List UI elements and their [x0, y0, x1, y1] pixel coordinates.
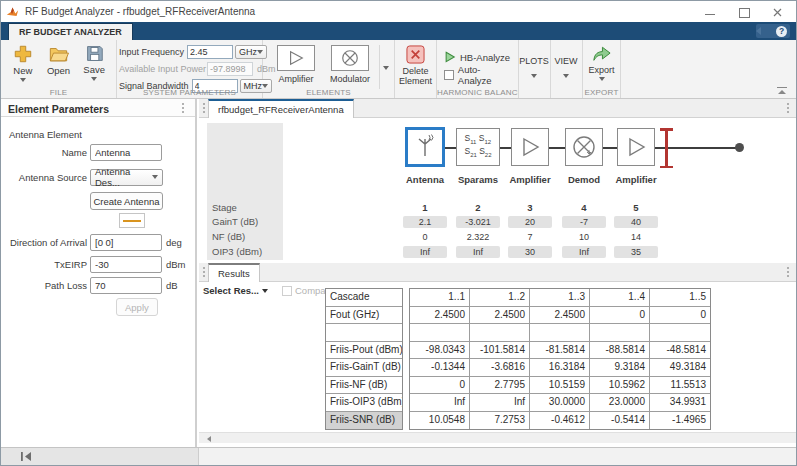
results-cell[interactable]: -3.6816 [470, 359, 530, 377]
results-cell[interactable]: -1.4965 [650, 412, 710, 430]
results-cell[interactable]: 30.0000 [530, 394, 590, 412]
results-cell[interactable]: 2.4500 [470, 307, 530, 325]
diagram-block-amplifier-3[interactable] [511, 128, 549, 166]
results-cell[interactable]: 2.7795 [470, 377, 530, 395]
results-cell[interactable]: 11.5513 [650, 377, 710, 395]
results-menu-icon[interactable] [787, 267, 790, 278]
help-button[interactable]: ? [756, 24, 790, 38]
results-row-label[interactable]: Friis-OIP3 (dBm) [326, 394, 402, 412]
system-parameters-section: Input FrequencyGHzAvailable Input Powerd… [117, 40, 263, 98]
results-column-header[interactable]: 1..4 [590, 289, 650, 307]
tabstrip-grip-icon[interactable] [203, 103, 206, 114]
results-cell[interactable]: 9.3184 [590, 359, 650, 377]
results-cell[interactable]: -98.0343 [410, 342, 470, 360]
auto-analyze-checkbox[interactable]: Auto-Analyze [444, 66, 513, 84]
results-cell[interactable]: -81.5814 [530, 342, 590, 360]
results-cell[interactable]: -0.4612 [530, 412, 590, 430]
amplifier-element-button[interactable]: Amplifier [269, 45, 323, 89]
create-antenna-button[interactable]: Create Antenna [90, 192, 163, 210]
results-cell[interactable] [410, 324, 470, 342]
results-cell[interactable]: -101.5814 [470, 342, 530, 360]
maximize-button[interactable] [738, 6, 750, 18]
name-input[interactable] [90, 144, 162, 161]
modulator-element-button[interactable]: Modulator [323, 45, 377, 89]
results-cell[interactable]: -48.5814 [650, 342, 710, 360]
results-cell[interactable]: Inf [470, 394, 530, 412]
document-tab[interactable]: rfbudget_RFReceiverAntenna [208, 99, 354, 118]
results-hscrollbar[interactable] [199, 432, 796, 443]
results-cell[interactable]: 16.3184 [530, 359, 590, 377]
collapse-toolstrip-icon[interactable] [776, 87, 788, 95]
results-cell[interactable] [590, 324, 650, 342]
antenna-source-dropdown[interactable]: Antenna Des... [90, 169, 163, 186]
view-section: VIEW [551, 40, 583, 98]
collapse-left-panel-icon[interactable] [21, 452, 32, 461]
results-cell[interactable] [650, 324, 710, 342]
results-row-label[interactable]: Friis-Pout (dBm) [326, 342, 402, 360]
path-loss-input[interactable] [90, 277, 162, 294]
apply-button[interactable]: Apply [116, 298, 158, 316]
stage-cell: 2.322 [456, 231, 500, 243]
results-cell[interactable]: 0 [590, 307, 650, 325]
open-button[interactable]: Open [43, 44, 75, 82]
panel-menu-icon[interactable] [182, 103, 185, 114]
results-cell[interactable]: 0 [650, 307, 710, 325]
results-tab[interactable]: Results [208, 263, 260, 282]
diagram-block-amplifier-5[interactable] [617, 128, 655, 166]
results-cell[interactable]: 2.4500 [530, 307, 590, 325]
view-button[interactable]: VIEW [551, 40, 581, 78]
results-cell[interactable] [530, 324, 590, 342]
export-button[interactable]: Export [583, 40, 620, 81]
results-column-header[interactable]: 1..5 [650, 289, 710, 307]
results-column-header[interactable]: 1..3 [530, 289, 590, 307]
results-cell[interactable]: 10.0548 [410, 412, 470, 430]
results-cell[interactable] [470, 324, 530, 342]
plots-button[interactable]: PLOTS [519, 40, 549, 78]
minimize-button[interactable] [704, 6, 716, 18]
parameter-label: Input Frequency [119, 47, 187, 57]
output-port-dot[interactable] [735, 143, 744, 152]
results-column-header[interactable]: 1..2 [470, 289, 530, 307]
select-results-dropdown[interactable]: Select Res... [203, 285, 268, 296]
results-cell[interactable]: -88.5814 [590, 342, 650, 360]
results-cell[interactable]: 49.3184 [650, 359, 710, 377]
diagram-block-sparams-2[interactable]: S11 S12S21 S22 [456, 128, 500, 166]
panel-title: Element Parameters [8, 103, 109, 115]
results-cell[interactable]: -0.5414 [590, 412, 650, 430]
close-button[interactable] [772, 6, 784, 18]
results-cell[interactable]: 0 [410, 377, 470, 395]
results-corner-cell[interactable]: Cascade [326, 289, 402, 307]
results-row-label[interactable]: Friis-NF (dB) [326, 377, 402, 395]
results-column-header[interactable]: 1..1 [410, 289, 470, 307]
results-cell[interactable]: 10.5159 [530, 377, 590, 395]
results-grip-icon[interactable] [203, 267, 206, 278]
txeirp-input[interactable] [90, 256, 162, 273]
antenna-source-label: Antenna Source [1, 172, 90, 183]
results-cell[interactable]: 7.2753 [470, 412, 530, 430]
delete-element-button[interactable]: Delete Element [395, 40, 436, 86]
results-cell[interactable]: 34.9931 [650, 394, 710, 412]
main-area: Element Parameters Antenna Element Name … [1, 99, 796, 447]
save-button[interactable]: Save [78, 44, 110, 82]
results-row-label[interactable]: Friis-GainT (dB) [326, 359, 402, 377]
new-icon [13, 44, 33, 64]
results-row-label[interactable]: Fout (GHz) [326, 307, 402, 325]
antenna-preview-icon [119, 213, 145, 228]
tab-rf-budget-analyzer[interactable]: RF BUDGET ANALYZER [8, 23, 133, 40]
document-tabstrip: rfbudget_RFReceiverAntenna [199, 99, 796, 118]
direction-of-arrival-input[interactable] [90, 234, 162, 251]
document-menu-icon[interactable] [787, 103, 790, 114]
results-cell[interactable]: 2.4500 [410, 307, 470, 325]
parameter-input[interactable] [187, 45, 233, 59]
diagram-block-antenna-1[interactable] [405, 127, 445, 167]
results-cell[interactable]: Inf [410, 394, 470, 412]
diagram-block-demod-4[interactable] [565, 128, 603, 166]
results-row-label[interactable] [326, 324, 402, 342]
new-button[interactable]: New [7, 44, 39, 82]
stage-cell: 14 [614, 231, 658, 243]
elements-gallery-expand[interactable] [379, 45, 392, 89]
results-cell[interactable]: 10.5962 [590, 377, 650, 395]
results-cell[interactable]: 23.0000 [590, 394, 650, 412]
results-cell[interactable]: -0.1344 [410, 359, 470, 377]
results-row-label[interactable]: Friis-SNR (dB) [326, 412, 402, 430]
